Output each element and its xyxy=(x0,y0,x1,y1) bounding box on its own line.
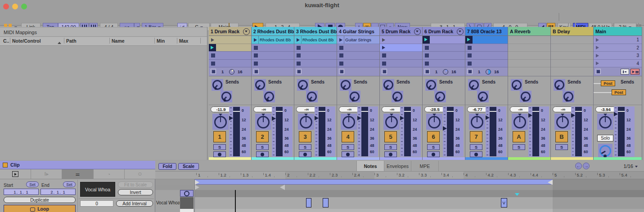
column-header[interactable]: Note/Control xyxy=(12,38,41,44)
send-b-knob[interactable]: B xyxy=(477,91,489,102)
end-set-button[interactable]: Set xyxy=(63,181,76,187)
track-activator-button[interactable]: B xyxy=(555,131,568,142)
track-dropdown-icon[interactable] xyxy=(414,28,421,35)
clip-slot[interactable] xyxy=(423,52,465,60)
midi-note[interactable] xyxy=(323,198,328,208)
volume-fader[interactable]: 01224364860 xyxy=(357,106,378,157)
track-activator-button[interactable]: A xyxy=(513,131,525,142)
clip-stop-button[interactable] xyxy=(211,69,216,74)
scene-slot[interactable]: 2 xyxy=(594,44,642,52)
arm-button[interactable] xyxy=(342,151,354,157)
crossfade-assign-button[interactable] xyxy=(621,69,629,75)
volume-value[interactable]: -∞ xyxy=(339,106,360,112)
column-header[interactable]: Name xyxy=(112,38,125,44)
pan-knob[interactable] xyxy=(469,114,485,130)
volume-value[interactable]: -28.5 xyxy=(424,106,445,112)
send-a-knob[interactable]: A xyxy=(297,79,309,91)
send-b-knob[interactable]: B xyxy=(563,91,574,102)
track-activator-button[interactable]: 3 xyxy=(299,131,311,142)
clip-slot[interactable] xyxy=(337,52,379,60)
crossfader-knob[interactable] xyxy=(598,144,612,158)
track-activator-button[interactable]: 4 xyxy=(342,131,354,142)
tab-notes-icon[interactable]: ⚌ xyxy=(62,169,93,179)
send-b-knob[interactable]: B xyxy=(392,91,403,102)
clip-slot[interactable] xyxy=(209,60,251,68)
clip-slot[interactable] xyxy=(252,44,294,52)
track-activator-button[interactable]: 1 xyxy=(213,131,226,142)
clip-slot[interactable] xyxy=(337,60,379,68)
tab-notes[interactable]: Notes xyxy=(356,161,384,171)
clip-stop-button[interactable] xyxy=(296,69,302,74)
column-header[interactable]: Max xyxy=(179,38,188,44)
send-b-knob[interactable]: B xyxy=(520,91,531,102)
stop-all-clips-button[interactable] xyxy=(595,69,601,74)
midi-note[interactable]: V xyxy=(501,198,507,208)
tab-mpe[interactable]: MPE xyxy=(411,161,439,171)
clip-stop-button[interactable] xyxy=(382,69,387,74)
clip-slot[interactable] xyxy=(209,52,251,60)
track-header[interactable]: Main xyxy=(594,27,642,36)
clip-slot[interactable] xyxy=(465,52,508,60)
send-b-knob[interactable]: B xyxy=(263,91,275,102)
column-header[interactable]: Min xyxy=(157,38,165,44)
invert-button[interactable]: Invert xyxy=(118,189,153,195)
volume-value[interactable]: -6.77 xyxy=(467,106,488,112)
track-activator-button[interactable]: 7 xyxy=(470,131,482,142)
solo-button[interactable]: S xyxy=(513,144,525,150)
clip-slot[interactable]: Rhodes Dust Bb xyxy=(294,36,337,44)
volume-value[interactable]: -∞ xyxy=(510,106,531,112)
volume-value[interactable]: -∞ xyxy=(253,106,274,112)
send-b-knob[interactable]: B xyxy=(221,91,232,102)
pan-knob[interactable] xyxy=(512,114,528,130)
track-activator-button[interactable]: 5 xyxy=(384,131,397,142)
clip-slot[interactable] xyxy=(252,60,294,68)
tab-audio-icon[interactable]: ‖▸ xyxy=(31,169,62,179)
volume-fader[interactable]: 01224364860 xyxy=(229,106,250,157)
volume-value[interactable]: -∞ xyxy=(553,106,573,112)
clip-slot[interactable] xyxy=(508,60,550,68)
arm-button[interactable] xyxy=(427,151,440,157)
loop-button[interactable]: Loop xyxy=(4,205,76,212)
post-button-b[interactable]: Post xyxy=(612,89,626,95)
pan-knob[interactable] xyxy=(298,114,314,130)
solo-button[interactable]: S xyxy=(555,144,568,150)
volume-fader[interactable]: 01224364860 xyxy=(272,106,293,157)
clip-slot[interactable] xyxy=(551,60,593,68)
track-header[interactable]: 4 Guitar Strings xyxy=(337,27,379,36)
tab-envelopes-icon[interactable]: ◔ xyxy=(94,169,125,179)
clip-slot[interactable] xyxy=(337,44,379,52)
solo-button[interactable]: S xyxy=(342,144,354,150)
fold-button[interactable]: Fold xyxy=(158,163,176,170)
clip-stop-button[interactable] xyxy=(339,69,344,74)
clip-slot[interactable] xyxy=(508,44,550,52)
pan-knob[interactable] xyxy=(341,114,357,130)
clip-slot[interactable] xyxy=(380,36,422,44)
send-a-knob[interactable]: A xyxy=(254,79,266,91)
clip-slot[interactable] xyxy=(465,44,508,52)
track-header[interactable]: A Reverb xyxy=(508,27,550,36)
clip-slot[interactable] xyxy=(209,36,251,44)
fit-to-scale-button[interactable]: Fit to Scale xyxy=(118,181,153,188)
arm-button[interactable] xyxy=(470,151,482,157)
solo-button[interactable]: S xyxy=(299,144,311,150)
tab-mpe-icon[interactable]: ⊙ xyxy=(125,169,155,179)
volume-fader[interactable]: 01224364860 xyxy=(571,106,592,157)
send-b-knob[interactable]: B xyxy=(306,91,318,102)
clip-stop-button[interactable] xyxy=(424,69,430,74)
scene-slot[interactable]: 3 xyxy=(594,52,642,60)
scene-slot[interactable]: 1 xyxy=(594,36,642,44)
clip-slot[interactable] xyxy=(294,44,337,52)
track-dropdown-icon[interactable] xyxy=(457,28,464,35)
start-set-button[interactable]: Set xyxy=(26,181,39,187)
track-header[interactable]: B Delay xyxy=(551,27,593,36)
duplicate-button[interactable]: Duplicate xyxy=(4,197,76,203)
clip-stop-button[interactable] xyxy=(253,69,259,74)
clip-slot[interactable] xyxy=(508,36,550,44)
scale-button[interactable]: Scale xyxy=(178,163,199,170)
pan-knob[interactable] xyxy=(426,114,442,130)
clip-slot[interactable]: Guitar Strings xyxy=(337,36,379,44)
volume-fader[interactable]: 01224364860 xyxy=(486,106,506,157)
volume-fader[interactable]: 01224364860 xyxy=(400,106,421,157)
clip-slot[interactable]: Rhodes Dust Bb xyxy=(252,36,294,44)
clip-slot[interactable] xyxy=(465,60,508,68)
